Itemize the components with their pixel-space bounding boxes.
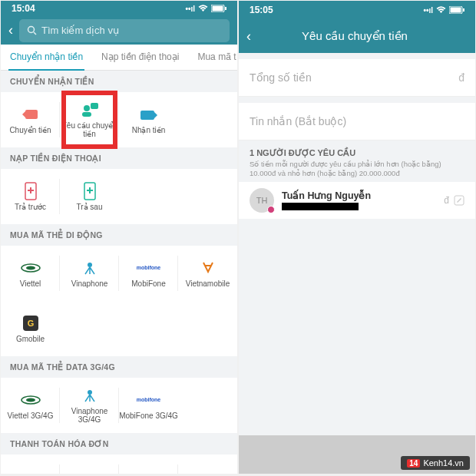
viettel-icon (21, 259, 41, 277)
item-prepaid[interactable]: Trả trước (1, 169, 60, 224)
watermark-site: Kenh14.vn (423, 458, 464, 468)
item-bill3[interactable] (119, 455, 178, 474)
globe-icon (139, 473, 159, 474)
tab-transfer[interactable]: Chuyển nhận tiền (1, 45, 92, 70)
mobifone-icon: mobifone (139, 259, 159, 277)
header: ‹ Yêu cầu chuyển tiền (239, 19, 475, 53)
message-field[interactable]: Tin nhắn (Bắt buộc) (239, 103, 475, 140)
svg-rect-23 (463, 8, 464, 12)
item-vinaphone-data[interactable]: Vinaphone 3G/4G (60, 378, 119, 433)
contact-row[interactable]: TH Tuấn Hưng Nguyễn đ (239, 182, 475, 219)
svg-point-19 (88, 390, 92, 395)
avatar: TH (250, 188, 274, 213)
contact-amount: đ (444, 195, 449, 206)
item-bill1[interactable] (1, 455, 60, 474)
requested-header: 1 NGƯỜI ĐƯỢC YÊU CẦU Số tiền mỗi người đ… (239, 140, 475, 182)
item-viettel-data[interactable]: Viettel 3G/4G (1, 378, 60, 433)
item-mobifone-data[interactable]: mobifone MobiFone 3G/4G (119, 378, 178, 433)
search-input[interactable]: Tìm kiếm dịch vụ (19, 19, 230, 42)
transfer-icon (21, 105, 41, 124)
svg-line-4 (34, 32, 36, 35)
back-icon[interactable]: ‹ (8, 22, 13, 38)
gmobile-icon: G (21, 314, 41, 332)
svg-rect-1 (213, 6, 223, 12)
edit-icon[interactable] (454, 195, 464, 206)
battery-icon (211, 5, 226, 12)
vietnamobile-icon (198, 259, 218, 277)
svg-rect-2 (225, 7, 226, 10)
prepaid-icon (21, 182, 41, 200)
vinaphone-icon (80, 259, 100, 277)
currency: đ (458, 71, 464, 84)
page-title: Yêu cầu chuyển tiền (257, 29, 452, 43)
arc-icon (80, 473, 100, 474)
vinaphone-icon (80, 386, 100, 405)
clock: 15:04 (12, 3, 35, 14)
item-transfer[interactable]: Chuyển tiền (1, 92, 60, 147)
item-mobifone[interactable]: mobifone MobiFone (119, 246, 178, 301)
receive-icon (139, 105, 159, 124)
contact-redacted (282, 203, 359, 210)
item-postpaid[interactable]: Trả sau (60, 169, 119, 224)
signal-icon: ••ıl (423, 6, 433, 15)
total-label: Tổng số tiền (250, 71, 312, 84)
svg-point-13 (26, 266, 35, 269)
svg-text:G: G (27, 319, 34, 328)
item-bill2[interactable] (60, 455, 119, 474)
watermark: 14 Kenh14.vn (401, 456, 470, 470)
message-placeholder: Tin nhắn (Bắt buộc) (250, 115, 346, 127)
request-icon (80, 101, 100, 119)
item-vinaphone[interactable]: Vinaphone (60, 246, 119, 301)
item-receive[interactable]: Nhận tiền (119, 92, 178, 147)
svg-rect-7 (82, 112, 91, 117)
item-vietnamobile[interactable]: Vietnamobile (178, 246, 237, 301)
header: ‹ Tìm kiếm dịch vụ (1, 16, 237, 45)
item-request-transfer[interactable]: Yêu cầu chuyển tiền (60, 92, 119, 147)
section-header: MUA MÃ THẺ DATA 3G/4G (1, 356, 237, 378)
section-header: THANH TOÁN HÓA ĐƠN (1, 433, 237, 455)
postpaid-icon (80, 182, 100, 200)
contact-name: Tuấn Hưng Nguyễn (282, 190, 436, 201)
tab-topup[interactable]: Nạp tiền điện thoại (92, 45, 188, 70)
section-header: CHUYỂN NHẬN TIỀN (1, 71, 237, 92)
svg-point-6 (84, 105, 90, 111)
signal-icon: ••ıl (185, 5, 195, 13)
item-viettel[interactable]: Viettel (1, 246, 60, 301)
svg-rect-5 (25, 110, 38, 119)
item-gmobile[interactable]: G Gmobile (1, 301, 60, 356)
status-icons: ••ıl (185, 5, 226, 13)
empty-area (239, 219, 475, 435)
back-icon[interactable]: ‹ (246, 28, 251, 45)
tabs: Chuyển nhận tiền Nạp tiền điện thoại Mua… (1, 45, 237, 71)
arc-icon (21, 473, 41, 474)
total-amount-field[interactable]: Tổng số tiền đ (239, 59, 475, 97)
wifi-icon (198, 5, 208, 12)
viettel-icon (21, 391, 41, 409)
svg-rect-8 (91, 103, 98, 109)
requested-title: 1 NGƯỜI ĐƯỢC YÊU CẦU (250, 148, 464, 158)
status-icons: ••ıl (423, 6, 464, 15)
status-bar: 15:05 ••ıl (239, 1, 475, 19)
svg-point-14 (88, 263, 92, 267)
section-header: NẠP TIỀN ĐIỆN THOẠI (1, 147, 237, 169)
item-bill4[interactable] (178, 455, 237, 474)
clock: 15:05 (250, 5, 273, 15)
phone-right: 15:05 ••ıl ‹ Yêu cầu chuyển tiền Tổng số… (239, 1, 475, 474)
status-bar: 15:04 ••ıl (1, 1, 237, 16)
mobifone-icon: mobifone (139, 391, 159, 409)
signal-icon (198, 473, 218, 474)
svg-rect-9 (140, 111, 154, 120)
section-header: MUA MÃ THẺ DI ĐỘNG (1, 224, 237, 246)
wifi-icon (436, 6, 446, 14)
watermark-badge: 14 (407, 459, 420, 468)
battery-icon (449, 6, 464, 14)
svg-point-3 (28, 27, 35, 33)
search-icon (27, 25, 37, 35)
tab-buycode[interactable]: Mua mã t (188, 45, 237, 70)
svg-rect-22 (451, 8, 461, 13)
svg-point-18 (26, 398, 35, 402)
requested-desc: Số tiền mỗi người được yêu cầu phải lớn … (250, 160, 464, 179)
search-placeholder: Tìm kiếm dịch vụ (41, 25, 119, 36)
phone-left: 15:04 ••ıl ‹ Tìm kiếm dịch vụ Chuyển (1, 1, 237, 474)
